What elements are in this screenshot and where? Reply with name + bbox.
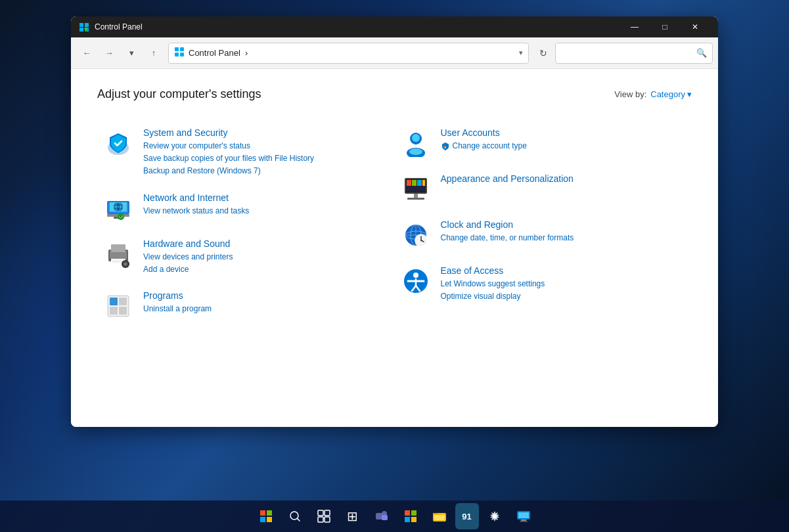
system-security-item: System and Security Review your computer… bbox=[102, 127, 390, 178]
svg-point-62 bbox=[413, 273, 418, 278]
titlebar: Control Panel — □ ✕ bbox=[71, 16, 718, 37]
review-status-link[interactable]: Review your computer's status bbox=[143, 140, 314, 152]
svg-point-36 bbox=[412, 134, 420, 142]
ease-of-access-title[interactable]: Ease of Access bbox=[441, 265, 545, 276]
programs-title[interactable]: Programs bbox=[143, 290, 212, 301]
network-internet-item: Network and Internet View network status… bbox=[102, 192, 390, 224]
svg-rect-71 bbox=[318, 517, 323, 522]
network-internet-title[interactable]: Network and Internet bbox=[143, 192, 249, 203]
svg-rect-1 bbox=[85, 23, 89, 27]
svg-rect-81 bbox=[434, 515, 445, 520]
svg-rect-40 bbox=[443, 147, 445, 148]
backup-files-link[interactable]: Save backup copies of your files with Fi… bbox=[143, 152, 314, 165]
address-bar[interactable]: Control Panel › ▾ bbox=[168, 43, 529, 64]
clock-region-item: Clock and Region Change date, time, or n… bbox=[400, 219, 687, 251]
svg-line-68 bbox=[297, 519, 300, 521]
view-by-value-text: Category bbox=[650, 89, 685, 99]
user-accounts-item: User Accounts Change account type bbox=[400, 127, 687, 159]
svg-rect-47 bbox=[422, 180, 425, 186]
window-controls: — □ ✕ bbox=[620, 16, 710, 37]
maximize-button[interactable]: □ bbox=[650, 16, 680, 37]
close-button[interactable]: ✕ bbox=[680, 16, 710, 37]
hardware-sound-title[interactable]: Hardware and Sound bbox=[143, 238, 233, 249]
ease-of-access-icon bbox=[400, 265, 432, 297]
view-by-dropdown[interactable]: Category ▾ bbox=[650, 89, 692, 99]
categories-grid: System and Security Review your computer… bbox=[97, 120, 692, 344]
start-button[interactable] bbox=[253, 503, 279, 529]
remote-desktop-button[interactable] bbox=[510, 503, 537, 529]
store-button[interactable] bbox=[397, 503, 424, 529]
programs-icon bbox=[102, 290, 134, 322]
clock-region-text: Clock and Region Change date, time, or n… bbox=[441, 219, 574, 244]
control-panel-window: Control Panel — □ ✕ ← → ▾ ↑ Control Pane… bbox=[71, 16, 718, 427]
file-explorer-button[interactable] bbox=[426, 503, 453, 529]
recent-locations-button[interactable]: ▾ bbox=[121, 43, 142, 64]
system-security-text: System and Security Review your computer… bbox=[143, 127, 314, 178]
window-title: Control Panel bbox=[95, 22, 620, 32]
settings-button[interactable] bbox=[482, 503, 508, 529]
content-header: Adjust your computer's settings View by:… bbox=[97, 87, 692, 101]
address-path: Control Panel › bbox=[189, 48, 515, 58]
search-taskbar-button[interactable] bbox=[282, 503, 308, 529]
svg-rect-46 bbox=[417, 180, 422, 186]
shield-small-icon bbox=[441, 142, 450, 151]
forward-button[interactable]: → bbox=[99, 43, 120, 64]
windows-suggest-link[interactable]: Let Windows suggest settings bbox=[441, 278, 545, 290]
svg-rect-38 bbox=[443, 146, 445, 147]
svg-rect-85 bbox=[521, 520, 526, 521]
uninstall-link[interactable]: Uninstall a program bbox=[143, 303, 212, 315]
back-button[interactable]: ← bbox=[76, 43, 97, 64]
navigation-bar: ← → ▾ ↑ Control Panel › ▾ ↻ 🔍 bbox=[71, 37, 718, 69]
network-status-link[interactable]: View network status and tasks bbox=[143, 205, 249, 217]
svg-rect-86 bbox=[520, 521, 528, 522]
system-security-title[interactable]: System and Security bbox=[143, 127, 314, 138]
change-account-type-link[interactable]: Change account type bbox=[441, 140, 527, 152]
add-device-link[interactable]: Add a device bbox=[143, 263, 233, 276]
svg-rect-50 bbox=[407, 198, 424, 200]
svg-rect-48 bbox=[407, 187, 425, 192]
address-bar-icon bbox=[174, 47, 185, 59]
optimize-visual-link[interactable]: Optimize visual display bbox=[441, 290, 545, 303]
svg-point-26 bbox=[125, 263, 127, 265]
search-bar[interactable]: 🔍 bbox=[555, 43, 713, 64]
refresh-button[interactable]: ↻ bbox=[533, 43, 554, 64]
task-view-button[interactable] bbox=[311, 503, 337, 529]
widgets-button[interactable]: ⊞ bbox=[340, 503, 366, 529]
up-button[interactable]: ↑ bbox=[143, 43, 164, 64]
programs-item: Programs Uninstall a program bbox=[102, 290, 390, 322]
svg-rect-79 bbox=[411, 517, 417, 522]
svg-rect-30 bbox=[110, 298, 118, 305]
svg-rect-21 bbox=[111, 244, 125, 252]
minimize-button[interactable]: — bbox=[620, 16, 650, 37]
address-chevron: ▾ bbox=[519, 49, 523, 57]
user-accounts-icon bbox=[400, 127, 432, 159]
ease-of-access-item: Ease of Access Let Windows suggest setti… bbox=[400, 265, 687, 303]
svg-rect-49 bbox=[414, 194, 418, 198]
hardware-sound-text: Hardware and Sound View devices and prin… bbox=[143, 238, 233, 276]
appearance-personalization-text: Appearance and Personalization bbox=[441, 173, 574, 186]
svg-rect-72 bbox=[325, 517, 330, 522]
svg-rect-5 bbox=[175, 47, 179, 51]
svg-rect-41 bbox=[445, 147, 446, 148]
hardware-sound-item: Hardware and Sound View devices and prin… bbox=[102, 238, 390, 276]
appearance-personalization-title[interactable]: Appearance and Personalization bbox=[441, 173, 574, 184]
svg-rect-7 bbox=[175, 53, 179, 56]
svg-rect-32 bbox=[110, 307, 118, 315]
backup-restore-link[interactable]: Backup and Restore (Windows 7) bbox=[143, 165, 314, 177]
search-input[interactable] bbox=[561, 48, 692, 58]
svg-rect-33 bbox=[119, 307, 127, 315]
svg-rect-2 bbox=[79, 28, 83, 32]
teams-button[interactable] bbox=[369, 503, 395, 529]
datetime-formats-link[interactable]: Change date, time, or number formats bbox=[441, 232, 574, 244]
counter-badge[interactable]: 91 bbox=[455, 503, 479, 529]
svg-rect-70 bbox=[325, 510, 330, 516]
system-security-icon bbox=[102, 127, 134, 159]
svg-point-4 bbox=[84, 27, 88, 31]
user-accounts-title[interactable]: User Accounts bbox=[441, 127, 527, 138]
clock-region-title[interactable]: Clock and Region bbox=[441, 219, 574, 230]
hardware-sound-icon bbox=[102, 238, 134, 270]
svg-rect-0 bbox=[79, 23, 83, 27]
devices-printers-link[interactable]: View devices and printers bbox=[143, 251, 233, 263]
svg-rect-39 bbox=[445, 146, 446, 147]
svg-rect-78 bbox=[405, 517, 410, 522]
